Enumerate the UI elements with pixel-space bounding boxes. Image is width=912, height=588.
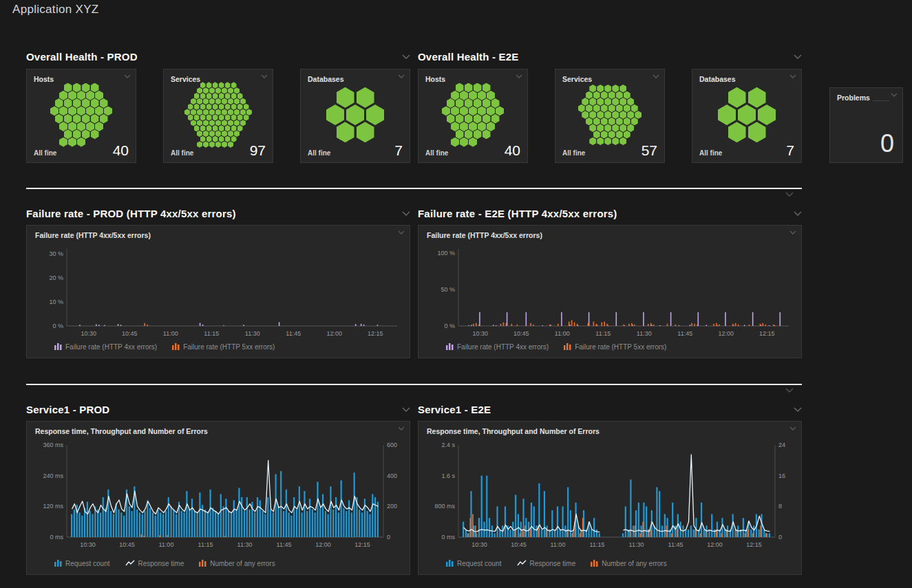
hexagon-healthy[interactable]: [194, 104, 200, 110]
hexagon-healthy[interactable]: [237, 93, 243, 99]
hexagon-healthy[interactable]: [68, 122, 76, 131]
hexagon-healthy[interactable]: [203, 109, 209, 115]
hexagon-healthy[interactable]: [619, 138, 626, 146]
hexagon-healthy[interactable]: [582, 98, 588, 106]
hexagon-healthy[interactable]: [619, 98, 626, 106]
hexagon-healthy[interactable]: [604, 98, 611, 106]
hexagon-healthy[interactable]: [718, 105, 736, 125]
hexagon-healthy[interactable]: [228, 98, 233, 105]
hexagon-healthy[interactable]: [197, 87, 202, 94]
hexagon-healthy[interactable]: [197, 131, 202, 137]
hexagon-healthy[interactable]: [487, 122, 495, 131]
hexagon-healthy[interactable]: [589, 98, 596, 106]
hexagon-healthy[interactable]: [451, 91, 459, 100]
hexagon-healthy[interactable]: [213, 114, 218, 120]
hexagon-healthy[interactable]: [478, 106, 486, 116]
health-tile-hosts[interactable]: HostsAll fine40: [26, 69, 136, 163]
hexagon-healthy[interactable]: [337, 87, 354, 108]
hexagon-healthy[interactable]: [73, 83, 81, 93]
hexagon-healthy[interactable]: [188, 104, 193, 110]
hexagon-healthy[interactable]: [597, 111, 604, 119]
hexagon-healthy[interactable]: [215, 109, 221, 115]
legend-item[interactable]: Request count: [54, 559, 110, 568]
hexagon-healthy[interactable]: [213, 125, 218, 131]
hexagon-healthy[interactable]: [616, 91, 623, 100]
hexagon-healthy[interactable]: [100, 114, 108, 124]
hexagon-healthy[interactable]: [469, 106, 477, 116]
hexagon-healthy[interactable]: [222, 120, 227, 126]
hexagon-healthy[interactable]: [197, 120, 202, 126]
hexagon-healthy[interactable]: [215, 87, 221, 94]
hexagon-healthy[interactable]: [624, 131, 630, 139]
hexagon-healthy[interactable]: [209, 98, 215, 105]
hexagon-healthy[interactable]: [215, 98, 221, 105]
hexagon-healthy[interactable]: [59, 138, 67, 147]
hexagon-healthy[interactable]: [203, 87, 209, 94]
hexagon-healthy[interactable]: [219, 125, 224, 131]
hexagon-healthy[interactable]: [82, 83, 90, 93]
hexagon-healthy[interactable]: [215, 131, 221, 137]
hexagon-healthy[interactable]: [604, 85, 611, 93]
hexagon-healthy[interactable]: [728, 122, 746, 142]
hexagon-healthy[interactable]: [219, 136, 224, 142]
hexagon-healthy[interactable]: [631, 118, 638, 126]
hexagon-healthy[interactable]: [231, 125, 237, 131]
hexagon-healthy[interactable]: [469, 138, 477, 147]
hexagon-healthy[interactable]: [209, 109, 215, 115]
hexagon-healthy[interactable]: [478, 91, 486, 100]
chevron-down-icon[interactable]: [402, 54, 410, 59]
hexagon-healthy[interactable]: [346, 105, 364, 125]
hexagon-healthy[interactable]: [357, 122, 374, 142]
hexagon-healthy[interactable]: [234, 131, 240, 137]
service-e2e-chart[interactable]: 0 ms800 ms1.6 s2.4 s08162410:3010:4511:0…: [427, 441, 794, 558]
chevron-down-icon[interactable]: [891, 93, 898, 97]
hexagon-healthy[interactable]: [95, 106, 103, 116]
hexagon-healthy[interactable]: [337, 122, 354, 142]
hexagon-healthy[interactable]: [206, 114, 212, 120]
hexagon-healthy[interactable]: [728, 87, 746, 108]
hexagon-healthy[interactable]: [68, 91, 76, 100]
hexagon-healthy[interactable]: [64, 83, 72, 93]
hexagon-healthy[interactable]: [465, 129, 473, 139]
legend-item[interactable]: Failure rate (HTTP 5xx errors): [564, 342, 666, 351]
hexagon-healthy[interactable]: [231, 114, 237, 120]
hexagon-healthy[interactable]: [237, 104, 243, 110]
hexagon-healthy[interactable]: [627, 111, 634, 119]
hexagon-healthy[interactable]: [191, 120, 196, 126]
chevron-down-icon[interactable]: [794, 54, 802, 59]
legend-item[interactable]: Failure rate (HTTP 4xx errors): [54, 342, 157, 351]
hexagon-healthy[interactable]: [604, 111, 611, 119]
hexagon-healthy[interactable]: [366, 105, 384, 125]
hexagon-healthy[interactable]: [213, 104, 218, 110]
hexagon-healthy[interactable]: [593, 118, 600, 126]
hexagon-healthy[interactable]: [586, 105, 593, 113]
legend-item[interactable]: Request count: [446, 559, 502, 568]
hexagon-healthy[interactable]: [77, 106, 85, 116]
hexagon-healthy[interactable]: [442, 106, 450, 116]
hexagon-healthy[interactable]: [91, 98, 99, 108]
hexagon-healthy[interactable]: [231, 104, 237, 110]
hexagon-healthy[interactable]: [203, 131, 209, 137]
hexagon-healthy[interactable]: [244, 114, 249, 120]
hexagon-healthy[interactable]: [200, 114, 206, 120]
legend-item[interactable]: Response time: [517, 560, 576, 568]
hexagon-healthy[interactable]: [225, 136, 231, 142]
hexagon-healthy[interactable]: [77, 122, 85, 131]
hexagon-healthy[interactable]: [228, 109, 233, 115]
hexagon-healthy[interactable]: [586, 118, 593, 126]
health-tile-services[interactable]: ServicesAll fine57: [555, 69, 665, 163]
legend-item[interactable]: Failure rate (HTTP 4xx errors): [446, 342, 549, 351]
hexagon-healthy[interactable]: [631, 105, 638, 113]
hexagon-healthy[interactable]: [95, 122, 103, 131]
hexagon-healthy[interactable]: [474, 98, 482, 108]
hexagon-healthy[interactable]: [219, 104, 224, 110]
hexagon-healthy[interactable]: [206, 82, 212, 88]
hexagon-healthy[interactable]: [209, 87, 215, 94]
hexagon-healthy[interactable]: [474, 129, 482, 139]
hexagon-healthy[interactable]: [197, 109, 202, 115]
chevron-down-icon[interactable]: [398, 74, 405, 78]
chevron-down-icon[interactable]: [124, 74, 131, 78]
hexagon-healthy[interactable]: [597, 98, 604, 106]
hexagon-healthy[interactable]: [608, 91, 615, 100]
hexagon-healthy[interactable]: [228, 131, 233, 137]
